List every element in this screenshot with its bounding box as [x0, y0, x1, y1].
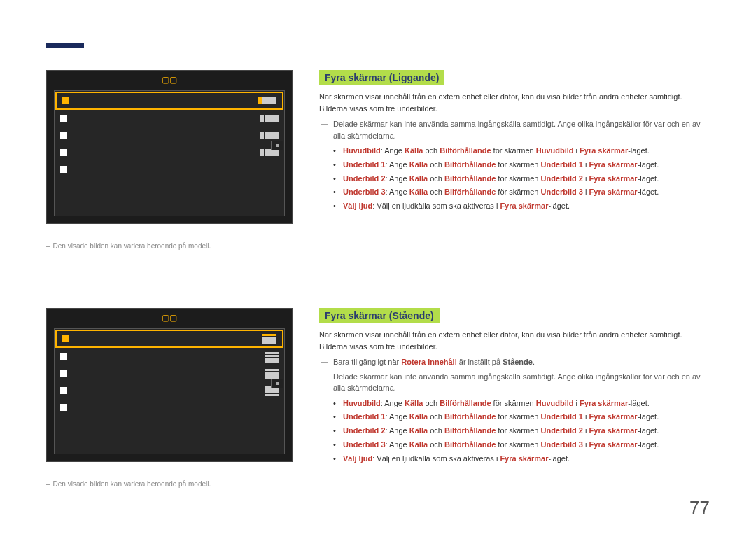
- page-number: 77: [690, 497, 710, 519]
- bullet-item: Underbild 1: Ange Källa och Bilförhållan…: [333, 158, 710, 172]
- intro-text: När skärmen visar innehåll från en exter…: [319, 91, 710, 114]
- figure-caption: –Den visade bilden kan variera beroende …: [46, 242, 710, 250]
- bullet-item: Huvudbild: Ange Källa och Bilförhållande…: [333, 144, 710, 158]
- caption-divider: [46, 234, 293, 234]
- bullet-list: Huvudbild: Ange Källa och Bilförhållande…: [333, 144, 710, 213]
- layout-preview-icon: [258, 97, 276, 104]
- layout-preview-icon: [265, 369, 279, 379]
- menu-row-selected: [55, 92, 284, 110]
- menu-row-selected: [55, 330, 284, 348]
- layout-preview-icon: [262, 334, 276, 344]
- side-indicator-icon: [271, 141, 284, 150]
- menu-row: [55, 365, 284, 382]
- figure-caption: –Den visade bilden kan variera beroende …: [46, 480, 710, 488]
- intro-text: När skärmen visar innehåll från en exter…: [319, 329, 710, 352]
- content-landscape: Fyra skärmar (Liggande) När skärmen visa…: [319, 70, 710, 213]
- menu-row: [55, 349, 284, 365]
- heading-portrait: Fyra skärmar (Stående): [319, 308, 440, 323]
- caption-text: Den visade bilden kan variera beroende p…: [53, 480, 211, 488]
- bullet-item: Underbild 3: Ange Källa och Bilförhållan…: [333, 438, 710, 452]
- menu-row: [55, 111, 284, 127]
- bullet-item: Underbild 3: Ange Källa och Bilförhållan…: [333, 185, 710, 199]
- row-icon: [60, 387, 67, 394]
- ui-mock-title: ▢▢: [47, 75, 292, 85]
- row-icon: [62, 97, 69, 104]
- caption-divider: [46, 472, 293, 472]
- menu-row: [55, 127, 284, 144]
- row-icon: [60, 149, 67, 156]
- menu-row: [55, 399, 284, 416]
- bullet-item: Underbild 2: Ange Källa och Bilförhållan…: [333, 424, 710, 438]
- header-accent-bar: [46, 43, 84, 48]
- layout-preview-icon: [260, 115, 279, 122]
- content-portrait: Fyra skärmar (Stående) När skärmen visar…: [319, 308, 710, 465]
- note-text: Delade skärmar kan inte använda samma in…: [326, 371, 710, 394]
- ui-mock-title: ▢▢: [47, 313, 292, 323]
- row-icon: [60, 353, 67, 360]
- menu-row: [55, 161, 284, 178]
- caption-text: Den visade bilden kan variera beroende p…: [53, 242, 211, 250]
- row-icon: [62, 335, 69, 342]
- layout-preview-icon: [260, 132, 279, 139]
- ui-panel: [54, 328, 285, 454]
- note-text: Delade skärmar kan inte använda samma in…: [326, 118, 710, 141]
- row-icon: [60, 132, 67, 139]
- menu-row: [55, 144, 284, 161]
- row-icon: [60, 166, 67, 173]
- bullet-item: Underbild 1: Ange Källa och Bilförhållan…: [333, 410, 710, 424]
- heading-landscape: Fyra skärmar (Liggande): [319, 70, 444, 85]
- header-divider: [91, 45, 710, 45]
- layout-preview-icon: [265, 352, 279, 363]
- bullet-item: Välj ljud: Välj en ljudkälla som ska akt…: [333, 452, 710, 466]
- ui-mock-portrait: ▢▢: [46, 308, 293, 462]
- bullet-item: Huvudbild: Ange Källa och Bilförhållande…: [333, 397, 710, 411]
- side-indicator-icon: [271, 379, 284, 388]
- row-icon: [60, 404, 67, 411]
- note-rotate: Bara tillgängligt när Rotera innehåll är…: [326, 356, 710, 368]
- section-portrait: ▢▢ –Den visade bilden: [46, 308, 710, 488]
- bullet-item: Välj ljud: Välj en ljudkälla som ska akt…: [333, 199, 710, 213]
- ui-mock-landscape: ▢▢: [46, 70, 293, 224]
- row-icon: [60, 370, 67, 377]
- menu-row: [55, 382, 284, 399]
- bullet-list: Huvudbild: Ange Källa och Bilförhållande…: [333, 397, 710, 466]
- row-icon: [60, 115, 67, 122]
- section-landscape: ▢▢: [46, 70, 710, 250]
- bullet-item: Underbild 2: Ange Källa och Bilförhållan…: [333, 172, 710, 186]
- ui-panel: [54, 90, 285, 216]
